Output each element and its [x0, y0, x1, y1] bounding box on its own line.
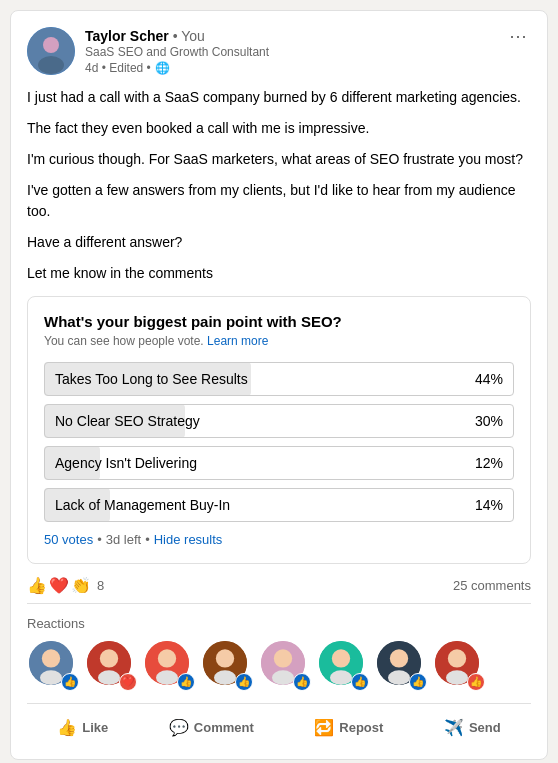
reaction-avatar-3[interactable]: 👍: [143, 639, 195, 691]
post-card: Taylor Scher • You SaaS SEO and Growth C…: [10, 10, 548, 760]
svg-point-5: [40, 670, 62, 685]
comment-button[interactable]: 💬Comment: [161, 712, 262, 743]
svg-point-8: [98, 670, 120, 685]
poll-footer: 50 votes • 3d left • Hide results: [44, 532, 514, 547]
reaction-badge-8: 👍: [467, 673, 485, 691]
poll-time-left: 3d left: [106, 532, 141, 547]
author-meta: 4d • Edited • 🌐: [85, 61, 269, 75]
send-label: Send: [469, 720, 501, 735]
poll-option-label-3: Agency Isn't Delivering: [55, 455, 197, 471]
heart-emoji: ❤️: [49, 576, 69, 595]
send-icon: ✈️: [444, 718, 464, 737]
svg-point-11: [156, 670, 178, 685]
like-icon: 👍: [57, 718, 77, 737]
svg-point-22: [390, 649, 408, 667]
post-para-2: The fact they even booked a call with me…: [27, 118, 531, 139]
poll-title: What's your biggest pain point with SEO?: [44, 313, 514, 330]
repost-button[interactable]: 🔁Repost: [306, 712, 391, 743]
send-button[interactable]: ✈️Send: [436, 712, 509, 743]
like-emoji: 👍: [27, 576, 47, 595]
poll-option-pct-1: 44%: [475, 371, 503, 387]
comment-label: Comment: [194, 720, 254, 735]
reaction-avatar-5[interactable]: 👍: [259, 639, 311, 691]
author-you-label: • You: [169, 28, 205, 44]
reactions-label: Reactions: [27, 616, 531, 631]
svg-point-26: [446, 670, 468, 685]
reaction-icons: 👍 ❤️ 👏 8: [27, 576, 104, 595]
reactions-section: Reactions 👍❤️👍👍👍👍👍👍: [27, 616, 531, 691]
svg-point-10: [158, 649, 176, 667]
reactions-row: 👍 ❤️ 👏 8 25 comments: [27, 576, 531, 604]
more-options-button[interactable]: ⋯: [505, 27, 531, 45]
author-name[interactable]: Taylor Scher • You: [85, 28, 269, 44]
poll-votes[interactable]: 50 votes: [44, 532, 93, 547]
post-para-5: Have a different answer?: [27, 232, 531, 253]
svg-point-16: [274, 649, 292, 667]
post-para-4: I've gotten a few answers from my client…: [27, 180, 531, 222]
poll-option-1[interactable]: Takes Too Long to See Results44%: [44, 362, 514, 396]
poll-option-label-1: Takes Too Long to See Results: [55, 371, 248, 387]
poll-option-3[interactable]: Agency Isn't Delivering12%: [44, 446, 514, 480]
hide-results-link[interactable]: Hide results: [154, 532, 223, 547]
author-info: Taylor Scher • You SaaS SEO and Growth C…: [85, 28, 269, 75]
reaction-avatar-7[interactable]: 👍: [375, 639, 427, 691]
reaction-avatar-1[interactable]: 👍: [27, 639, 79, 691]
author-name-text: Taylor Scher: [85, 28, 169, 44]
poll-option-label-4: Lack of Management Buy-In: [55, 497, 230, 513]
reaction-badge-7: 👍: [409, 673, 427, 691]
svg-point-23: [388, 670, 410, 685]
reaction-badge-4: 👍: [235, 673, 253, 691]
reaction-badge-1: 👍: [61, 673, 79, 691]
reaction-avatar-6[interactable]: 👍: [317, 639, 369, 691]
poll-option-pct-2: 30%: [475, 413, 503, 429]
reaction-avatars: 👍❤️👍👍👍👍👍👍: [27, 639, 531, 691]
like-label: Like: [82, 720, 108, 735]
poll-option-pct-4: 14%: [475, 497, 503, 513]
poll-option-4[interactable]: Lack of Management Buy-In14%: [44, 488, 514, 522]
poll-option-label-2: No Clear SEO Strategy: [55, 413, 200, 429]
globe-icon: 🌐: [155, 61, 170, 75]
avatar[interactable]: [27, 27, 75, 75]
comments-count[interactable]: 25 comments: [453, 578, 531, 593]
svg-point-4: [42, 649, 60, 667]
post-para-3: I'm curious though. For SaaS marketers, …: [27, 149, 531, 170]
reaction-avatar-2[interactable]: ❤️: [85, 639, 137, 691]
svg-point-19: [332, 649, 350, 667]
reaction-badge-3: 👍: [177, 673, 195, 691]
post-para-6: Let me know in the comments: [27, 263, 531, 284]
repost-label: Repost: [339, 720, 383, 735]
poll-container: What's your biggest pain point with SEO?…: [27, 296, 531, 564]
svg-point-17: [272, 670, 294, 685]
post-content: I just had a call with a SaaS company bu…: [27, 87, 531, 284]
clap-emoji: 👏: [71, 576, 91, 595]
like-button[interactable]: 👍Like: [49, 712, 116, 743]
svg-point-1: [43, 37, 59, 53]
reaction-badge-6: 👍: [351, 673, 369, 691]
repost-icon: 🔁: [314, 718, 334, 737]
reaction-count: 8: [97, 578, 104, 593]
action-bar: 👍Like💬Comment🔁Repost✈️Send: [27, 703, 531, 743]
poll-options: Takes Too Long to See Results44%No Clear…: [44, 362, 514, 522]
reaction-badge-5: 👍: [293, 673, 311, 691]
svg-point-7: [100, 649, 118, 667]
reaction-badge-2: ❤️: [119, 673, 137, 691]
svg-point-20: [330, 670, 352, 685]
comment-icon: 💬: [169, 718, 189, 737]
poll-option-pct-3: 12%: [475, 455, 503, 471]
reaction-avatar-8[interactable]: 👍: [433, 639, 485, 691]
svg-point-25: [448, 649, 466, 667]
post-header: Taylor Scher • You SaaS SEO and Growth C…: [27, 27, 531, 75]
author-title: SaaS SEO and Growth Consultant: [85, 45, 269, 59]
learn-more-link[interactable]: Learn more: [207, 334, 268, 348]
author-section: Taylor Scher • You SaaS SEO and Growth C…: [27, 27, 269, 75]
svg-point-2: [38, 56, 64, 74]
reaction-avatar-4[interactable]: 👍: [201, 639, 253, 691]
svg-point-13: [216, 649, 234, 667]
post-para-1: I just had a call with a SaaS company bu…: [27, 87, 531, 108]
svg-point-14: [214, 670, 236, 685]
poll-option-2[interactable]: No Clear SEO Strategy30%: [44, 404, 514, 438]
poll-subtitle: You can see how people vote. Learn more: [44, 334, 514, 348]
